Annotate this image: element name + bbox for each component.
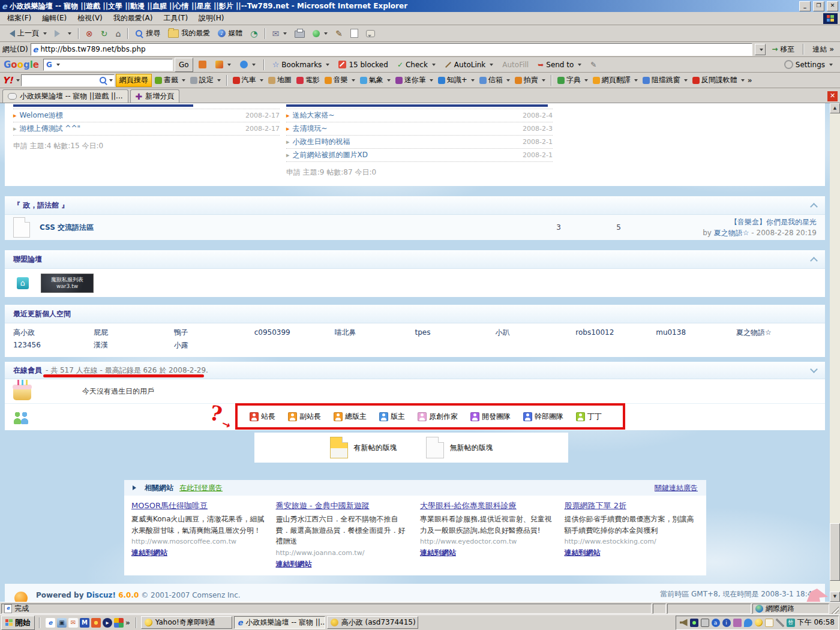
thread-link[interactable]: 去清境玩~: [293, 124, 328, 134]
last-post-user[interactable]: 夏之物語☆: [714, 229, 749, 237]
thread-link[interactable]: 游標上傳測試 ^^": [20, 124, 80, 134]
search-button[interactable]: 搜尋: [131, 27, 164, 40]
space-user-link[interactable]: 漢漢: [94, 340, 174, 351]
yahoo-popup-blocker-button[interactable]: 阻擋跳窗: [641, 74, 689, 86]
yahoo-cars-button[interactable]: 汽車: [231, 74, 265, 86]
ad-visit-link[interactable]: 連結到網站: [420, 548, 555, 558]
yahoo-logo[interactable]: Y!: [2, 75, 13, 86]
maximize-button[interactable]: ❐: [813, 1, 824, 11]
signal-icon[interactable]: [690, 619, 698, 627]
google-spellcheck-button[interactable]: ✓ Check: [394, 59, 439, 70]
space-user-link[interactable]: 123456: [13, 340, 94, 351]
ad-title-link[interactable]: 大學眼科-給你專業眼科診療: [420, 500, 555, 511]
yahoo-auction-button[interactable]: 拍賣: [513, 74, 547, 86]
yahoo-knowledge-button[interactable]: 知識+: [436, 74, 476, 86]
refresh-button[interactable]: ↻: [97, 28, 112, 39]
menu-edit[interactable]: 編輯(E): [37, 12, 71, 25]
home-button[interactable]: ⌂: [112, 28, 124, 39]
scroll-thumb[interactable]: [830, 523, 840, 581]
resize-grip[interactable]: [830, 604, 839, 614]
yahoo-mail-button[interactable]: 信箱: [478, 74, 512, 86]
space-user-link[interactable]: robs10012: [575, 327, 656, 338]
google-autolink-button[interactable]: AutoLink: [441, 59, 497, 70]
favorites-button[interactable]: 我的最愛: [164, 27, 214, 40]
space-user-link[interactable]: 屁屁: [94, 327, 174, 338]
keyword-ads-link[interactable]: 關鍵連結廣告: [655, 483, 698, 493]
thread-link[interactable]: 之前網站被抓的圖片XD: [293, 150, 368, 160]
address-input[interactable]: e http://bbs.tw789.net/bbs.php: [31, 43, 753, 56]
yahoo-settings-button[interactable]: 設定: [188, 74, 223, 86]
google-quote-button[interactable]: [236, 59, 259, 70]
collapse-icon[interactable]: [810, 365, 818, 373]
space-user-link[interactable]: 喵北鼻: [335, 327, 415, 338]
collapse-icon[interactable]: [810, 203, 818, 211]
back-dropdown-icon[interactable]: [43, 32, 47, 37]
google-search-dropdown-icon[interactable]: [56, 64, 60, 68]
publish-ad-link[interactable]: 在此刊登廣告: [179, 483, 223, 493]
yahoo-dictionary-button[interactable]: 字典: [556, 74, 590, 86]
mail-icon[interactable]: [765, 619, 773, 627]
google-highlight-button[interactable]: ✎: [587, 59, 600, 70]
ad-visit-link[interactable]: 連結到網站: [131, 548, 266, 558]
google-page-rank-button[interactable]: [212, 59, 235, 70]
stop-button[interactable]: ⊗: [82, 28, 97, 39]
app-i-icon[interactable]: i: [722, 619, 731, 627]
space-user-link[interactable]: 小趴: [495, 327, 575, 338]
home-link-icon[interactable]: ⌂: [17, 277, 29, 289]
yahoo-overflow-button[interactable]: »: [748, 76, 752, 85]
yahoo-minipen-button[interactable]: 迷你筆: [394, 74, 435, 86]
google-search-input[interactable]: G: [43, 59, 173, 71]
ime-icon[interactable]: 替: [787, 619, 795, 627]
camera-icon[interactable]: [733, 619, 742, 627]
collapse-icon[interactable]: [810, 257, 818, 265]
yahoo-movies-button[interactable]: 電影: [295, 74, 322, 86]
yahoo-music-button[interactable]: 音樂: [323, 74, 357, 86]
address-dropdown-button[interactable]: [755, 44, 766, 55]
forum-link[interactable]: CSS 交流語法區: [40, 223, 529, 233]
ie-icon[interactable]: e: [46, 618, 55, 628]
space-user-link[interactable]: c0950399: [254, 327, 335, 338]
google-g-icon[interactable]: G: [45, 61, 53, 69]
chat-icon[interactable]: [744, 619, 752, 627]
space-user-link[interactable]: mu0138: [656, 327, 736, 338]
close-tabbar-button[interactable]: ✕: [827, 91, 838, 101]
outlook-icon[interactable]: ✉: [68, 618, 78, 628]
space-user-link[interactable]: 鴨子: [174, 327, 254, 338]
yahoo-bookmarks-button[interactable]: 書籤: [153, 74, 187, 86]
scroll-down-button[interactable]: ▼: [830, 592, 840, 602]
quicklaunch-overflow-button[interactable]: »: [125, 619, 130, 627]
print-button[interactable]: [291, 28, 308, 39]
menu-file[interactable]: 檔案(F): [2, 12, 36, 25]
google-news-button[interactable]: [195, 59, 210, 70]
scroll-up-button[interactable]: ▲: [830, 103, 840, 113]
vertical-scrollbar[interactable]: ▲ ▼: [830, 103, 840, 602]
ad-title-link[interactable]: 喬安旅遊 - 金典中國新遊蹤: [276, 500, 411, 511]
media-player-icon[interactable]: M: [80, 618, 89, 628]
menu-help[interactable]: 說明(H): [194, 12, 229, 25]
history-button[interactable]: ◔: [247, 28, 261, 39]
space-user-link[interactable]: 小露: [174, 340, 254, 351]
space-user-link[interactable]: 夏之物語☆: [736, 327, 817, 338]
yahoo-search-input[interactable]: [21, 74, 115, 86]
thread-link[interactable]: 小政生日時的祝福: [293, 137, 350, 147]
yahoo-maps-button[interactable]: 地圖: [266, 74, 293, 86]
close-button[interactable]: ✕: [827, 1, 838, 11]
ad-visit-link[interactable]: 連結到網站: [565, 548, 700, 558]
google-autofill-button[interactable]: AutoFill: [499, 59, 532, 70]
go-button[interactable]: → 移至: [768, 43, 798, 56]
yahoo-antispyware-button[interactable]: 反間諜軟體: [691, 74, 746, 86]
alliance-banner[interactable]: 魔獸私服列表 war3.tw: [41, 274, 94, 293]
task-user-chat[interactable]: 高小政 (asd7374415): [327, 616, 418, 629]
player-icon[interactable]: ▸: [103, 618, 112, 628]
menu-tools[interactable]: 工具(T): [158, 12, 193, 25]
forward-button[interactable]: [51, 29, 75, 38]
google-go-button[interactable]: Go: [175, 58, 193, 72]
tab-forum[interactable]: 小政娛樂論壇 -- 寵物 ||遊戲 ||...: [2, 89, 128, 103]
google-popup-blocker-button[interactable]: 15 blocked: [335, 59, 392, 70]
app-a-icon[interactable]: a: [712, 619, 720, 627]
notes-button[interactable]: [347, 28, 362, 39]
ad-visit-link[interactable]: 連結到網站: [276, 559, 411, 569]
thread-link[interactable]: Welome游標: [20, 110, 63, 121]
network-icon[interactable]: [701, 619, 709, 627]
compose-button[interactable]: ✎: [332, 28, 346, 39]
